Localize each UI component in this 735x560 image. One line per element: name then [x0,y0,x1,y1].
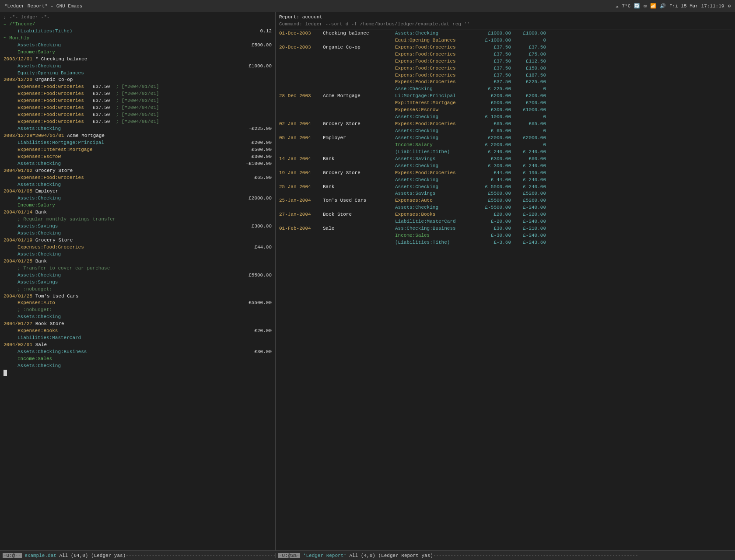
tx-2003-12-01-header: 2003/12/01 * Checking balance [4,56,272,63]
tx-2-amt6: £37.50 [93,119,110,126]
statusbar-filename: example.dat [24,553,56,558]
row-amount2: £187.50 [511,72,546,79]
row-date [279,177,323,184]
row-amount1: £-300.00 [476,163,511,170]
tx-emp-a1: Assets:Checking [4,195,61,202]
tx-emp-amt1: £2000.00 [237,195,272,202]
row-desc [323,218,395,225]
tx-flag-1: * [35,56,41,63]
row-account: Assets:Checking [395,184,476,191]
row-amount1: £-5500.00 [476,204,511,211]
tx-cars-desc: Tom's Used Cars [35,293,79,300]
tx-2-c5: ; [=2004/05/01] [110,112,159,119]
tx-acme-e1: Liabilities:Mortgage:Principal £200.00 [4,140,272,147]
tx-1-entry-2: Equity:Opening Balances [4,70,272,77]
tx-g1-e2: Assets:Checking [4,182,272,189]
refresh-icon[interactable]: 🔄 [634,3,640,9]
tx-2-e5: Expenses:Food:Groceries £37.50 ; [=2004/… [4,112,272,119]
row-date [279,239,323,246]
row-account: Assets:Checking [395,128,476,135]
report-row-18: 14-Jan-2004BankAssets:Savings£300.00£60.… [279,156,732,163]
report-title: Report: account [279,14,732,21]
row-amount2: £-240.00 [511,218,546,225]
row-amount2: £60.00 [511,156,546,163]
row-date: 25-Jan-2004 [279,197,323,204]
tx-date-2: 2003/12/20 [4,77,35,84]
tx-acme-date: 2003/12/28=2004/01/01 [4,133,67,140]
row-account: Expenses:Escrow [395,107,476,114]
tx-book-header: 2004/01/27 Book Store [4,321,272,328]
row-account: Ass:Checking:Business [395,225,476,232]
row-account: Income:Sales [395,232,476,239]
tx-2-e6: Expenses:Food:Groceries £37.50 ; [=2004/… [4,119,272,126]
tx-2-c4: ; [=2004/04/01] [110,105,159,112]
report-row-20: 19-Jan-2004Grocery StoreExpens:Food:Groc… [279,170,732,177]
row-account: Exp:Interest:Mortgage [395,100,476,107]
tx-cars-a1: Expenses:Auto [4,300,55,307]
row-date: 28-Dec-2003 [279,93,323,100]
tx-book-amt1: £20.00 [237,328,272,335]
tx-b1-a1: Assets:Savings [4,223,58,230]
row-amount1: £-225.00 [476,86,511,93]
row-desc: Bank [323,156,395,163]
income-salary-monthly: Income:Salary [4,49,272,56]
row-amount1: £-240.00 [476,149,511,156]
row-account: Assets:Savings [395,156,476,163]
row-amount2: £-240.00 [511,163,546,170]
report-row-13: 02-Jan-2004Grocery StoreExpens:Food:Groc… [279,121,732,128]
tx-2-amt2: £37.50 [93,91,110,98]
row-amount1: £300.00 [476,107,511,114]
left-pane[interactable]: ; -*- ledger -*- = /*Income/ (Liabilitie… [0,12,276,550]
row-amount2: £-196.00 [511,170,546,177]
row-desc [323,232,395,239]
row-desc [323,72,395,79]
row-desc [323,37,395,44]
report-row-29: Income:Sales£-30.00£-240.00 [279,232,732,239]
row-amount1: £65.00 [476,121,511,128]
tx-1-amount-1: £1000.00 [232,63,272,70]
report-row-26: 27-Jan-2004Book StoreExpenses:Books£20.0… [279,211,732,218]
volume-icon[interactable]: 🔊 [660,3,666,9]
tx-g1-a2: Assets:Checking [4,182,61,189]
tx-g2-desc: Grocery Store [35,237,73,244]
row-amount1: £2000.00 [476,135,511,142]
statusbar-right-mode: -U:@%%- [278,553,300,558]
row-amount2: £-240.00 [511,204,546,211]
tx-2-a4: Expenses:Food:Groceries [4,105,84,112]
income-heading: = /*Income/ [4,21,272,28]
row-date: 02-Jan-2004 [279,121,323,128]
settings-icon[interactable]: ⚙ [728,3,731,9]
tx-acme-amt1: £200.00 [237,140,272,147]
tx-sale-header: 2004/02/01 Sale [4,342,272,349]
row-account: Expens:Food:Groceries [395,58,476,65]
tx-sale-date: 2004/02/01 [4,342,35,349]
tx-date-1: 2003/12/01 [4,56,35,63]
row-amount2: £-210.00 [511,225,546,232]
row-amount1: £-65.00 [476,128,511,135]
report-row-19: Assets:Checking£-300.00£-240.00 [279,163,732,170]
report-rows: 01-Dec-2003Checking balanceAssets:Checki… [279,30,732,246]
row-amount2: £-240.00 [511,232,546,239]
row-account: Expens:Food:Groceries [395,44,476,51]
row-date: 01-Dec-2003 [279,30,323,37]
report-row-12: Assets:Checking£-1000.000 [279,114,732,121]
row-date [279,100,323,107]
tx-g1-desc: Grocery Store [35,168,73,175]
row-account: Expenses:Auto [395,197,476,204]
tx-b1-amt1: £300.00 [237,223,272,230]
report-row-7: Expens:Food:Groceries£37.50£225.00 [279,79,732,86]
tx-2-amt1: £37.50 [93,84,110,91]
tx-book-e1: Expenses:Books £20.00 [4,328,272,335]
tx-b1-desc: Bank [35,209,47,216]
tx-1-account-2: Equity:Opening Balances [4,70,84,77]
tx-1-account-1: Assets:Checking [4,63,61,70]
tx-2-a6: Expenses:Food:Groceries [4,119,84,126]
email-icon[interactable]: ✉ [644,3,647,9]
tx-2-e4: Expenses:Food:Groceries £37.50 ; [=2004/… [4,105,272,112]
row-date: 05-Jan-2004 [279,135,323,142]
row-desc [323,51,395,58]
tx-b2-date: 2004/01/25 [4,258,35,265]
row-desc: Acme Mortgage [323,93,395,100]
row-account: Equi:Opening Balances [395,37,476,44]
tx-sale-amt1: £30.00 [237,349,272,356]
